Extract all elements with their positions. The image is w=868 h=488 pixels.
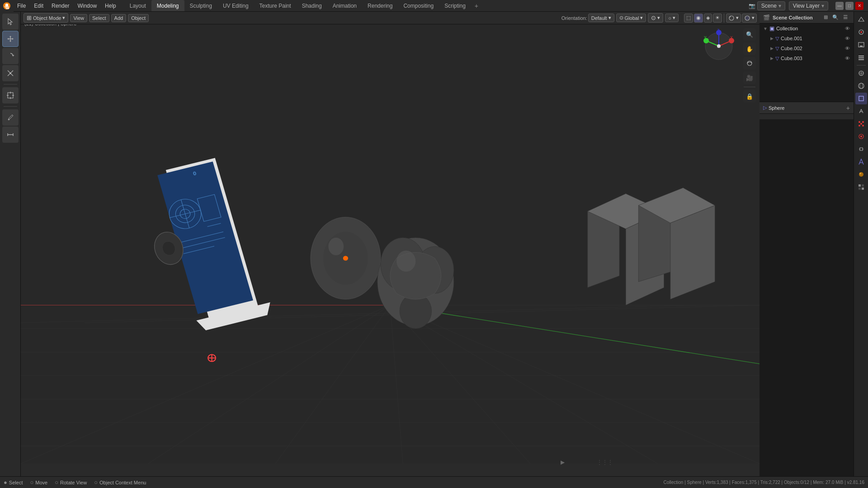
prop-physics-icon[interactable]: [855, 131, 867, 142]
tab-sculpting[interactable]: Sculpting: [184, 0, 217, 11]
shading-solid[interactable]: ◉: [694, 14, 703, 23]
svg-text:Y: Y: [704, 35, 707, 40]
svg-text:X: X: [730, 35, 733, 40]
viewport-camera-view[interactable]: 🎥: [743, 71, 756, 84]
tab-rendering[interactable]: Rendering: [362, 0, 398, 11]
view-layer-label: View Layer: [793, 3, 820, 9]
view-layer-selector[interactable]: View Layer ▾: [789, 1, 828, 10]
viewport-add-menu[interactable]: Add: [111, 14, 127, 22]
svg-point-109: [859, 173, 861, 174]
tool-move[interactable]: [2, 31, 19, 47]
collection-visibility-icon[interactable]: 👁: [845, 26, 850, 31]
top-menu-bar: File Edit Render Window Help Layout Mode…: [0, 0, 868, 12]
shading-material[interactable]: ◈: [704, 14, 712, 23]
tool-annotate[interactable]: [2, 109, 19, 126]
vp-separator: [744, 87, 755, 87]
minimize-btn[interactable]: —: [835, 2, 844, 10]
prop-object-icon[interactable]: [855, 93, 867, 104]
scene-3d: 0: [21, 12, 760, 464]
cube002-visibility-icon[interactable]: 👁: [845, 46, 850, 51]
viewport-object-menu[interactable]: Object: [128, 14, 149, 22]
snap-toggle[interactable]: ⊙ ▾: [648, 13, 663, 23]
orientation-dropdown[interactable]: Default ▾: [588, 14, 614, 22]
mode-dropdown[interactable]: ⊞ Object Mode ▾: [24, 13, 68, 23]
svg-point-104: [860, 136, 862, 137]
svg-line-31: [390, 305, 530, 464]
menu-render[interactable]: Render: [48, 1, 73, 10]
prop-constraints-icon[interactable]: [855, 143, 867, 155]
tab-animation[interactable]: Animation: [327, 0, 362, 11]
menu-edit[interactable]: Edit: [30, 1, 47, 10]
prop-data-icon[interactable]: [855, 156, 867, 168]
scene-selector[interactable]: Scene ▾: [757, 1, 785, 10]
close-btn[interactable]: ✕: [855, 2, 863, 10]
outliner-item-cube001[interactable]: ▶ ▽ Cube.001 👁: [767, 33, 854, 43]
viewport-lock-camera[interactable]: 🔒: [743, 90, 756, 103]
prop-viewlayer-icon[interactable]: [855, 52, 867, 63]
xray-toggle[interactable]: ▾: [742, 14, 757, 23]
tab-modeling[interactable]: Modeling: [151, 0, 184, 11]
tool-measure[interactable]: [2, 127, 19, 143]
tab-shading[interactable]: Shading: [297, 0, 327, 11]
workspace-tabs: Layout Modeling Sculpting UV Editing Tex…: [120, 0, 749, 11]
pivot-dropdown[interactable]: ⊙ Global ▾: [616, 14, 646, 22]
outliner-filter-btn[interactable]: ⊞: [821, 13, 830, 22]
tab-texture-paint[interactable]: Texture Paint: [254, 0, 297, 11]
navigation-gizmo[interactable]: X Y Z: [701, 28, 737, 64]
tool-transform[interactable]: [2, 87, 19, 103]
overlay-toggle[interactable]: ▾: [726, 14, 741, 23]
viewport-pan[interactable]: ✋: [743, 42, 756, 55]
blender-logo[interactable]: [0, 0, 14, 12]
viewport-zoom-search[interactable]: 🔍: [743, 28, 756, 41]
svg-point-84: [717, 44, 721, 48]
tool-rotate[interactable]: [2, 48, 19, 64]
tab-layout[interactable]: Layout: [124, 0, 151, 11]
outliner-search-btn[interactable]: 🔍: [831, 13, 840, 22]
menu-help[interactable]: Help: [101, 1, 120, 10]
status-context-menu: ○ Object Context Menu: [94, 479, 146, 486]
prop-scene-icon[interactable]: [855, 14, 867, 25]
tab-uv-editing[interactable]: UV Editing: [217, 0, 254, 11]
prop-texture-icon[interactable]: [855, 181, 867, 193]
viewport-orbit[interactable]: [743, 57, 756, 70]
viewport-select-menu[interactable]: Select: [89, 14, 109, 22]
menu-window[interactable]: Window: [74, 1, 100, 10]
prop-render-icon[interactable]: [855, 26, 867, 38]
outliner-collapse-btn[interactable]: ☰: [841, 13, 850, 22]
tab-compositing[interactable]: Compositing: [398, 0, 439, 11]
shading-wireframe[interactable]: ⬚: [684, 14, 693, 23]
menu-file[interactable]: File: [14, 1, 29, 10]
scene-collection-title: Scene Collection: [773, 15, 813, 20]
svg-point-108: [859, 172, 863, 177]
mode-label: Object Mode: [33, 15, 61, 21]
rotate-mouse-icon: ○: [55, 479, 58, 486]
prop-scene2-icon[interactable]: [855, 67, 867, 79]
prop-material-icon[interactable]: [855, 169, 867, 180]
svg-line-32: [390, 305, 658, 464]
viewport-view-menu[interactable]: View: [70, 14, 87, 22]
properties-add-btn[interactable]: +: [846, 104, 850, 112]
shading-render[interactable]: ☀: [713, 14, 722, 23]
tool-cursor[interactable]: [2, 14, 19, 30]
tool-scale[interactable]: [2, 65, 19, 81]
add-workspace-button[interactable]: +: [471, 1, 482, 10]
mode-dropdown-icon: ▾: [62, 15, 65, 21]
prop-modifier-icon[interactable]: [855, 105, 867, 117]
svg-line-40: [390, 305, 760, 364]
outliner-item-cube003[interactable]: ▶ ▽ Cube.003 👁: [767, 53, 854, 63]
viewport-canvas[interactable]: User Perspective (21) Collection | Spher…: [21, 12, 760, 464]
orientation-value: Default: [591, 15, 607, 21]
viewport-area: ⊞ Object Mode ▾ View Select Add Object: [21, 12, 760, 476]
proportional-edit-toggle[interactable]: ○ ▾: [665, 14, 679, 22]
cube003-visibility-icon[interactable]: 👁: [845, 56, 850, 61]
cube001-visibility-icon[interactable]: 👁: [845, 36, 850, 41]
camera-icon: 📷: [749, 3, 755, 9]
prop-particles-icon[interactable]: [855, 118, 867, 130]
prop-world-icon[interactable]: [855, 80, 867, 92]
outliner-item-collection[interactable]: ▼ ▣ Collection 👁: [760, 23, 854, 33]
tab-scripting[interactable]: Scripting: [439, 0, 471, 11]
outliner-item-cube002[interactable]: ▶ ▽ Cube.002 👁: [767, 43, 854, 53]
prop-output-icon[interactable]: [855, 39, 867, 51]
svg-text:Z: Z: [717, 28, 720, 33]
maximize-btn[interactable]: □: [845, 2, 854, 10]
